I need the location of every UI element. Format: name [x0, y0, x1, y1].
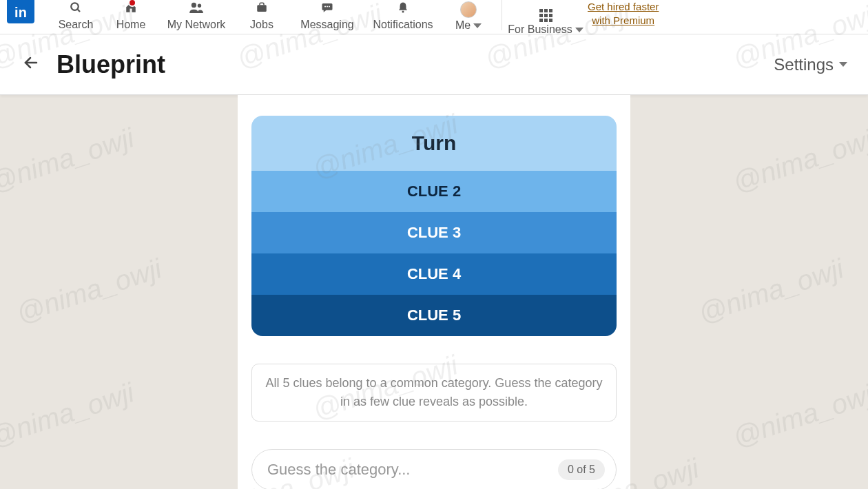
- nav-items: Search Home My Network Jobs Messaging: [48, 0, 659, 36]
- top-nav: in Search Home My Network Jobs: [0, 0, 868, 34]
- clue-2[interactable]: CLUE 2: [251, 171, 617, 212]
- clue-5[interactable]: CLUE 5: [251, 295, 617, 336]
- bell-icon: [395, 1, 411, 17]
- nav-jobs[interactable]: Jobs: [234, 0, 289, 36]
- clue-3[interactable]: CLUE 3: [251, 212, 617, 253]
- svg-point-7: [329, 6, 330, 8]
- nav-messaging[interactable]: Messaging: [289, 0, 365, 36]
- sub-header: Blueprint Settings: [0, 34, 868, 95]
- main-content: Turn CLUE 2 CLUE 3 CLUE 4 CLUE 5 All 5 c…: [0, 95, 868, 489]
- briefcase-icon: [254, 1, 269, 17]
- settings-button[interactable]: Settings: [774, 55, 847, 74]
- search-icon: [68, 1, 83, 17]
- people-icon: [187, 1, 205, 17]
- svg-point-5: [324, 6, 326, 8]
- chevron-down-icon: [473, 23, 482, 28]
- svg-point-0: [71, 3, 79, 10]
- game-card: Turn CLUE 2 CLUE 3 CLUE 4 CLUE 5 All 5 c…: [238, 95, 630, 489]
- back-arrow-icon[interactable]: [21, 54, 41, 76]
- nav-search[interactable]: Search: [48, 0, 103, 36]
- clues-panel: Turn CLUE 2 CLUE 3 CLUE 4 CLUE 5: [251, 116, 617, 336]
- guess-box: 0 of 5: [251, 449, 617, 489]
- grid-icon: [539, 1, 552, 22]
- nav-home[interactable]: Home: [103, 0, 158, 36]
- nav-me[interactable]: Me: [441, 0, 496, 36]
- premium-link[interactable]: Get hired faster with Premium: [588, 0, 659, 36]
- nav-my-network[interactable]: My Network: [158, 0, 234, 36]
- svg-line-1: [77, 9, 80, 12]
- clue-4[interactable]: CLUE 4: [251, 253, 617, 295]
- hint-text: All 5 clues belong to a common category.…: [251, 364, 617, 422]
- chevron-down-icon: [575, 28, 583, 32]
- linkedin-logo[interactable]: in: [7, 0, 34, 23]
- guess-input[interactable]: [267, 461, 558, 479]
- svg-point-8: [402, 11, 404, 13]
- svg-rect-4: [257, 5, 267, 12]
- messaging-icon: [320, 1, 335, 17]
- page-title: Blueprint: [56, 50, 165, 79]
- svg-point-3: [198, 4, 201, 8]
- guess-counter: 0 of 5: [558, 459, 605, 480]
- nav-notifications[interactable]: Notifications: [365, 0, 441, 36]
- chevron-down-icon: [839, 62, 847, 67]
- clue-1[interactable]: Turn: [251, 116, 617, 171]
- nav-divider: [502, 0, 502, 30]
- nav-for-business[interactable]: For Business: [508, 0, 583, 36]
- svg-point-2: [192, 3, 196, 8]
- svg-point-6: [327, 6, 328, 8]
- avatar-icon: [460, 1, 477, 18]
